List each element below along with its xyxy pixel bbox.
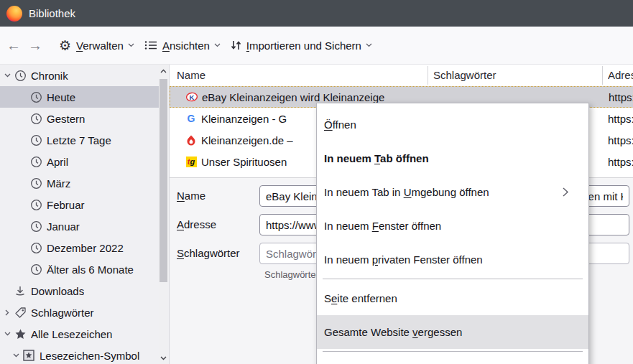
sidebar-item-alle-lesezeichen[interactable]: Alle Lesezeichen	[0, 323, 160, 345]
window-title: Bibliothek	[29, 7, 75, 19]
sidebar-item-maerz[interactable]: März	[0, 172, 160, 194]
column-divider[interactable]	[428, 66, 428, 85]
column-header-schlagwoerter[interactable]: Schlagwörter	[433, 65, 496, 86]
menu-item-in-neuem-fenster-oeffnen[interactable]: In neuem Fenster öffnen	[317, 209, 588, 243]
clock-icon	[29, 134, 43, 146]
sidebar-item-februar[interactable]: Februar	[0, 194, 160, 215]
ansichten-button[interactable]: Ansichten	[144, 39, 221, 52]
chevron-right-icon[interactable]	[1, 309, 13, 316]
scroll-down-icon[interactable]	[159, 356, 168, 360]
sidebar-item-januar[interactable]: Januar	[0, 215, 160, 237]
firefox-logo-icon	[6, 6, 22, 22]
chevron-down-icon[interactable]	[1, 73, 13, 78]
chevron-down-icon[interactable]	[10, 353, 22, 358]
verwalten-label: Verwalten	[76, 39, 124, 52]
tg-favicon: tg	[185, 156, 197, 167]
tags-field-label: Schlagwörter	[177, 247, 240, 259]
clock-icon	[29, 263, 43, 276]
sidebar-item-lesezeichen-symbolleiste[interactable]: Lesezeichen-Symbol	[0, 345, 160, 364]
tag-icon	[13, 307, 27, 319]
sidebar-item-aelter-als-6-monate[interactable]: Älter als 6 Monate	[0, 258, 160, 280]
ansichten-label: Ansichten	[162, 39, 210, 52]
gear-icon: ⚙	[59, 39, 71, 52]
back-button[interactable]: ←	[3, 37, 24, 54]
sidebar-item-downloads[interactable]: Downloads	[0, 280, 160, 302]
table-header: Name Schlagwörter Adresse	[170, 65, 633, 86]
sidebar-item-dezember-2022[interactable]: Dezember 2022	[0, 237, 160, 258]
name-field-label: Name	[177, 190, 205, 202]
chevron-down-icon	[128, 43, 134, 47]
sidebar-item-gestern[interactable]: Gestern	[0, 108, 160, 129]
forward-button[interactable]: →	[24, 37, 46, 54]
ebay-kleinanzeigen-favicon: K	[186, 91, 198, 103]
importieren-button[interactable]: Importieren und Sichern	[231, 39, 372, 52]
menu-item-oeffnen[interactable]: Öffnen	[317, 108, 588, 141]
sidebar-item-letzte-7-tage[interactable]: Letzte 7 Tage	[0, 129, 160, 151]
kleinanzeigen-flame-favicon	[185, 134, 197, 146]
clock-icon	[29, 91, 43, 103]
import-export-icon	[231, 39, 241, 51]
clock-icon	[29, 156, 43, 168]
menu-item-in-neuem-tab-in-umgebung-oeffnen[interactable]: In neuem Tab in Umgebung öffnen	[317, 175, 588, 209]
google-favicon: G	[185, 113, 197, 124]
column-divider[interactable]	[602, 66, 603, 85]
menu-item-in-neuem-tab-oeffnen[interactable]: In neuem Tab öffnen	[317, 141, 588, 175]
sidebar-item-heute[interactable]: Heute	[0, 86, 160, 108]
context-menu: Öffnen In neuem Tab öffnen In neuem Tab …	[316, 103, 589, 364]
scrollbar-thumb[interactable]	[160, 79, 167, 282]
chevron-down-icon	[214, 43, 221, 47]
column-header-adresse[interactable]: Adresse	[608, 65, 633, 86]
toolbar: ← → ⚙ Verwalten Ansichten	[0, 27, 633, 65]
clock-icon	[29, 113, 43, 125]
importieren-label: Importieren und Sichern	[246, 39, 361, 52]
scroll-up-icon[interactable]	[159, 69, 168, 73]
address-field-label: Adresse	[177, 218, 216, 230]
menu-separator	[323, 279, 583, 279]
titlebar: Bibliothek	[0, 0, 633, 27]
clock-icon	[29, 242, 43, 254]
sidebar-item-chronik[interactable]: Chronik	[0, 65, 160, 86]
sidebar-item-april[interactable]: April	[0, 151, 160, 172]
clock-icon	[29, 220, 43, 233]
sidebar-scrollbar[interactable]	[159, 65, 168, 364]
menu-separator	[323, 351, 583, 352]
bookmark-toolbar-icon	[22, 350, 36, 361]
menu-item-in-neuem-privaten-fenster-oeffnen[interactable]: In neuem privaten Fenster öffnen	[317, 243, 588, 276]
clock-icon	[13, 70, 27, 82]
svg-text:K: K	[190, 93, 195, 101]
library-window: Bibliothek ← → ⚙ Verwalten Ansichten	[0, 0, 633, 364]
sidebar: Chronik Heute Gestern Letzte 7 Tage	[0, 65, 169, 364]
download-icon	[13, 285, 27, 297]
clock-icon	[29, 199, 43, 211]
star-icon	[13, 328, 27, 340]
verwalten-button[interactable]: ⚙ Verwalten	[59, 39, 134, 52]
sidebar-item-schlagwoerter[interactable]: Schlagwörter	[0, 302, 160, 323]
chevron-down-icon[interactable]	[1, 332, 13, 336]
column-header-name[interactable]: Name	[177, 65, 205, 86]
list-view-icon	[144, 40, 157, 50]
menu-item-seite-entfernen[interactable]: Seite entfernen	[317, 281, 588, 315]
chevron-down-icon	[366, 43, 372, 47]
submenu-arrow-icon	[563, 187, 568, 197]
clock-icon	[29, 177, 43, 190]
menu-item-gesamte-website-vergessen[interactable]: Gesamte Website vergessen	[317, 315, 588, 349]
